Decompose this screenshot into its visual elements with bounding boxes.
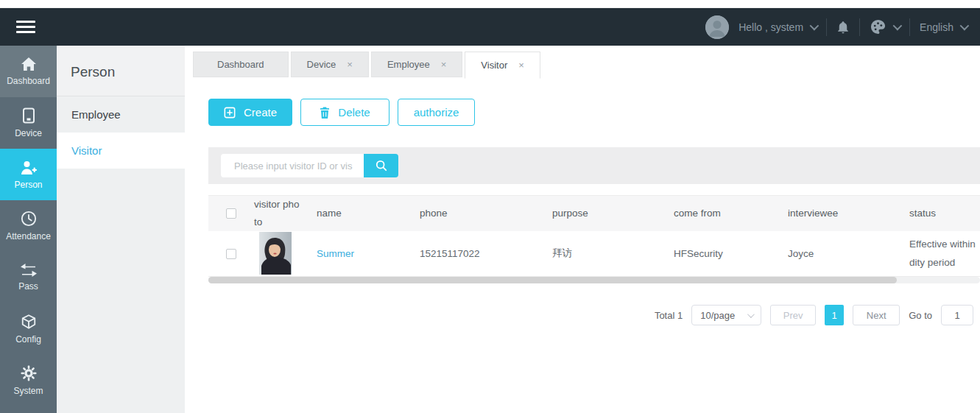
home-icon: [21, 57, 37, 71]
language-selector[interactable]: English: [920, 21, 967, 33]
page-size-value: 10/page: [700, 310, 735, 321]
pagination-total: Total 1: [655, 310, 683, 321]
visitor-purpose: 拜访: [547, 231, 669, 277]
status-line: Effective within: [909, 235, 980, 254]
close-icon[interactable]: ×: [347, 59, 353, 70]
search-input[interactable]: [221, 154, 364, 177]
sidebar-item-label: Device: [15, 128, 42, 138]
pass-arrows-icon: [20, 264, 38, 277]
toolbar: Create Delete authorize: [208, 99, 475, 126]
person-add-icon: [20, 160, 38, 175]
browser-remnant-strip: [0, 0, 980, 8]
close-icon[interactable]: ×: [441, 59, 447, 70]
sidebar-item-label: Attendance: [6, 231, 51, 241]
visitor-table-wrap: visitor photo name phone purpose come fr…: [208, 195, 980, 277]
language-label: English: [920, 21, 953, 33]
next-page-button[interactable]: Next: [853, 305, 900, 325]
tab-device[interactable]: Device ×: [291, 52, 369, 77]
user-menu[interactable]: Hello , system: [738, 21, 817, 33]
chevron-down-icon: [960, 21, 970, 31]
status-line: dity period: [909, 253, 980, 272]
divider: [859, 18, 860, 36]
submenu-item-employee[interactable]: Employee: [57, 96, 185, 133]
sidebar-item-label: System: [13, 386, 43, 396]
submenu-item-visitor[interactable]: Visitor: [57, 133, 185, 169]
row-checkbox[interactable]: [226, 249, 236, 259]
tab-visitor[interactable]: Visitor ×: [465, 52, 540, 79]
visitor-phone: 15215117022: [415, 231, 547, 277]
hamburger-menu-icon[interactable]: [16, 18, 35, 36]
column-name: name: [311, 196, 415, 231]
visitor-name-link[interactable]: Summer: [317, 248, 354, 259]
tab-employee[interactable]: Employee ×: [371, 52, 462, 77]
sidebar-item-label: Config: [15, 334, 41, 345]
main-content: Dashboard Device × Employee × Visitor × …: [185, 46, 980, 413]
sidebar-item-person[interactable]: Person: [0, 149, 57, 200]
config-cube-icon: [21, 314, 37, 330]
page-size-select[interactable]: 10/page: [691, 305, 761, 325]
top-navbar: Hello , system English: [0, 8, 980, 46]
goto-page-input[interactable]: [941, 305, 973, 325]
visitor-come-from: HFSecurity: [669, 231, 783, 277]
tab-label: Visitor: [481, 60, 507, 71]
divider: [909, 18, 910, 36]
tab-dashboard[interactable]: Dashboard: [193, 52, 289, 77]
chevron-down-icon: [893, 21, 903, 31]
search-button[interactable]: [364, 154, 398, 177]
delete-trash-icon: [320, 107, 330, 119]
create-button[interactable]: Create: [208, 99, 292, 126]
tab-label: Employee: [387, 59, 430, 70]
prev-page-button[interactable]: Prev: [770, 305, 816, 325]
main-sidebar: Dashboard Device Person Attendance Pass: [0, 46, 57, 413]
delete-button[interactable]: Delete: [300, 99, 389, 126]
close-icon[interactable]: ×: [518, 60, 524, 71]
column-purpose: purpose: [547, 196, 669, 231]
sidebar-item-pass[interactable]: Pass: [0, 252, 57, 303]
sidebar-item-label: Dashboard: [7, 76, 50, 86]
select-all-checkbox[interactable]: [226, 208, 236, 219]
chevron-down-icon: [747, 311, 755, 318]
create-plus-icon: [224, 107, 236, 119]
table-row: Summer 15215117022 拜访 HFSecurity Joyce E…: [208, 231, 980, 277]
sidebar-item-label: Person: [14, 180, 42, 190]
visitor-photo[interactable]: [259, 232, 292, 275]
visitor-table: visitor photo name phone purpose come fr…: [208, 195, 980, 277]
sidebar-item-system[interactable]: System: [0, 355, 57, 406]
goto-label: Go to: [909, 310, 932, 321]
avatar-person-icon: [705, 15, 729, 39]
delete-button-label: Delete: [338, 106, 370, 119]
visitor-interviewee: Joyce: [783, 231, 904, 277]
bell-icon[interactable]: [836, 20, 850, 35]
column-interviewee: interviewee: [783, 196, 904, 231]
search-icon: [376, 160, 387, 172]
authorize-button-label: authorize: [414, 106, 459, 119]
tab-bar: Dashboard Device × Employee × Visitor ×: [193, 52, 540, 79]
table-header-row: visitor photo name phone purpose come fr…: [208, 196, 980, 231]
column-come-from: come from: [669, 196, 783, 231]
visitor-status: Effective within dity period: [904, 231, 980, 277]
submenu-title: Person: [57, 46, 185, 96]
column-visitor-photo: visitor photo: [254, 196, 301, 230]
theme-palette-icon: [870, 18, 886, 35]
pagination: Total 1 10/page Prev 1 Next Go to: [655, 305, 973, 325]
sidebar-item-label: Pass: [18, 281, 38, 292]
device-icon: [22, 107, 35, 124]
theme-switcher[interactable]: [870, 18, 900, 35]
system-gear-icon: [21, 365, 37, 381]
sidebar-item-config[interactable]: Config: [0, 303, 57, 355]
sidebar-item-device[interactable]: Device: [0, 97, 57, 149]
submenu-panel: Person Employee Visitor: [57, 46, 185, 413]
scrollbar-thumb[interactable]: [208, 277, 897, 283]
divider: [826, 18, 827, 36]
search-band: [208, 147, 980, 184]
user-avatar[interactable]: [705, 15, 729, 39]
create-button-label: Create: [244, 106, 277, 119]
authorize-button[interactable]: authorize: [398, 99, 475, 126]
column-phone: phone: [415, 196, 547, 231]
sidebar-item-dashboard[interactable]: Dashboard: [0, 46, 57, 97]
column-status: status: [904, 196, 980, 231]
greeting-text: Hello , system: [738, 21, 803, 33]
horizontal-scrollbar[interactable]: [208, 277, 980, 283]
current-page-button[interactable]: 1: [825, 305, 844, 325]
sidebar-item-attendance[interactable]: Attendance: [0, 200, 57, 252]
